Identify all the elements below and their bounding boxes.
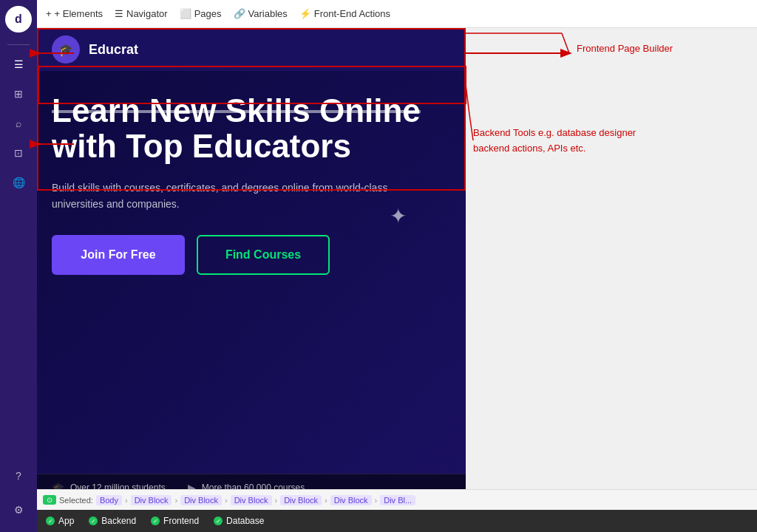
- pages-icon: ⬜: [180, 8, 191, 19]
- selected-label: Selected:: [59, 496, 93, 505]
- grid-icon[interactable]: ⊞: [5, 81, 32, 107]
- breadcrumb-divblock-5[interactable]: Div Block: [330, 495, 372, 505]
- app-status-dot: [46, 516, 55, 525]
- sidebar-divider: [7, 44, 30, 45]
- svg-line-4: [562, 33, 569, 53]
- preview-nav: 🎓 Educrat: [37, 28, 466, 71]
- elements-label: + Elements: [55, 8, 103, 19]
- variables-icon: 🔗: [234, 8, 245, 19]
- frontend-status-dot: [151, 516, 160, 525]
- database-status: Database: [214, 516, 264, 526]
- selected-indicator: ⊙: [43, 495, 56, 505]
- sidebar-logo[interactable]: d: [5, 6, 32, 33]
- settings-icon[interactable]: ⚙: [5, 497, 32, 523]
- lightning-icon: ⚡: [299, 8, 311, 19]
- backend-label: Backend: [101, 516, 136, 526]
- backend-status-dot: [89, 516, 98, 525]
- breadcrumb-divblock-1[interactable]: Div Block: [131, 495, 172, 505]
- backend-status: Backend: [89, 516, 136, 526]
- app-status: App: [46, 516, 74, 526]
- frontend-label: Frontend: [163, 516, 199, 526]
- svg-line-7: [469, 115, 473, 140]
- hero-title-line1: Learn New Skills Online: [52, 93, 451, 129]
- app-label: App: [58, 516, 74, 526]
- help-icon[interactable]: ?: [5, 463, 32, 489]
- toolbar: + + Elements ☰ Navigator ⬜ Pages 🔗 Varia…: [37, 0, 757, 28]
- breadcrumb-divblock-6[interactable]: Div Bl...: [380, 495, 415, 505]
- hero-subtitle: Build skills with courses, certificates,…: [52, 180, 436, 213]
- search-icon[interactable]: ⌕: [5, 110, 32, 137]
- brand-name: Educrat: [89, 42, 138, 58]
- variables-button[interactable]: 🔗 Variables: [234, 8, 288, 19]
- navigator-label: Navigator: [126, 8, 168, 19]
- hero-title-line2: with Top Educators: [52, 129, 451, 164]
- breadcrumb-body[interactable]: Body: [96, 495, 122, 505]
- pages-label: Pages: [194, 8, 222, 19]
- breadcrumb-bar: ⊙ Selected: Body › Div Block › Div Block…: [37, 489, 757, 510]
- hero-section: Learn New Skills Online with Top Educato…: [37, 71, 466, 474]
- breadcrumb-divblock-4[interactable]: Div Block: [280, 495, 322, 505]
- app-status-bar: App Backend Frontend Database: [37, 510, 757, 532]
- graduation-icon: 🎓: [58, 43, 73, 57]
- frontend-status: Frontend: [151, 516, 199, 526]
- frontend-actions-button[interactable]: ⚡ Front-End Actions: [299, 8, 390, 19]
- brand-logo: 🎓: [52, 35, 80, 64]
- frontend-annotation: Frontend Page Builder: [577, 43, 673, 54]
- breadcrumb-divblock-3[interactable]: Div Block: [231, 495, 272, 505]
- database-icon[interactable]: ⊡: [5, 140, 32, 166]
- join-free-button[interactable]: Join For Free: [52, 235, 185, 275]
- svg-line-6: [466, 85, 469, 115]
- database-label: Database: [226, 516, 264, 526]
- variables-label: Variables: [248, 8, 288, 19]
- navigator-icon: ☰: [115, 8, 123, 19]
- plus-icon: +: [46, 8, 52, 19]
- layers-icon[interactable]: ☰: [5, 51, 32, 78]
- navigator-button[interactable]: ☰ Navigator: [115, 8, 168, 19]
- website-preview: 🎓 Educrat Learn New Skills Online with T…: [37, 28, 466, 501]
- frontend-actions-label: Front-End Actions: [314, 8, 390, 19]
- canvas-area: 🎓 Educrat Learn New Skills Online with T…: [37, 28, 466, 501]
- sidebar: d ☰ ⊞ ⌕ ⊡ 🌐 ? ⚙: [0, 0, 37, 532]
- backend-annotation: Backend Tools e.g. database designerback…: [473, 126, 636, 157]
- sidebar-bottom: ? ⚙: [5, 461, 32, 525]
- hero-buttons: Join For Free Find Courses: [52, 235, 451, 275]
- sparkle-decoration: ✦: [390, 204, 407, 228]
- find-courses-button[interactable]: Find Courses: [197, 235, 330, 275]
- database-status-dot: [214, 516, 223, 525]
- elements-button[interactable]: + + Elements: [46, 8, 103, 19]
- breadcrumb-divblock-2[interactable]: Div Block: [180, 495, 222, 505]
- pages-button[interactable]: ⬜ Pages: [180, 8, 222, 19]
- globe-icon[interactable]: 🌐: [5, 169, 32, 196]
